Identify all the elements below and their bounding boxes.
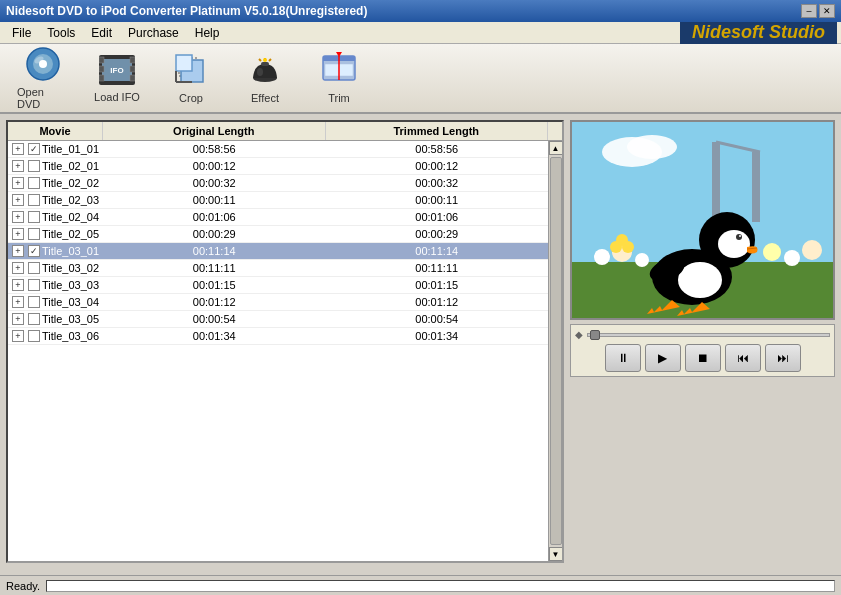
row-checkbox[interactable] [28, 228, 40, 240]
row-title-label: Title_03_03 [42, 279, 99, 291]
svg-point-44 [610, 241, 622, 253]
table-row[interactable]: +Title_03_0300:01:1500:01:15 [8, 277, 548, 294]
minimize-button[interactable]: – [801, 4, 817, 18]
playback-buttons: ⏸ ▶ ⏹ ⏮ ⏭ [575, 344, 830, 372]
row-expand-icon[interactable]: + [12, 279, 24, 291]
scroll-up-arrow[interactable]: ▲ [549, 141, 563, 155]
table-row[interactable]: +Title_02_0400:01:0600:01:06 [8, 209, 548, 226]
svg-point-41 [784, 250, 800, 266]
stop-button[interactable]: ⏹ [685, 344, 721, 372]
row-expand-icon[interactable]: + [12, 296, 24, 308]
cell-original: 00:00:12 [103, 158, 326, 174]
table-row[interactable]: +Title_02_0500:00:2900:00:29 [8, 226, 548, 243]
effect-button[interactable]: Effect [230, 48, 300, 108]
film-icon: IFO [99, 53, 135, 87]
cell-movie: +Title_03_01 [8, 243, 103, 259]
load-ifo-button[interactable]: IFO Load IFO [82, 48, 152, 108]
cell-trimmed: 00:00:54 [326, 311, 549, 327]
table-row[interactable]: +Title_02_0300:00:1100:00:11 [8, 192, 548, 209]
row-checkbox[interactable] [28, 211, 40, 223]
menu-help[interactable]: Help [187, 24, 228, 42]
table-row[interactable]: +Title_02_0200:00:3200:00:32 [8, 175, 548, 192]
trim-icon [321, 52, 357, 88]
cell-trimmed: 00:01:06 [326, 209, 549, 225]
close-button[interactable]: ✕ [819, 4, 835, 18]
row-expand-icon[interactable]: + [12, 160, 24, 172]
cell-movie: +Title_03_06 [8, 328, 103, 344]
open-dvd-button[interactable]: Open DVD [8, 48, 78, 108]
row-checkbox[interactable] [28, 262, 40, 274]
svg-rect-33 [712, 142, 720, 222]
svg-rect-9 [130, 57, 135, 63]
pause-button[interactable]: ⏸ [605, 344, 641, 372]
table-header: Movie Original Length Trimmed Length [8, 122, 562, 141]
cell-movie: +Title_02_01 [8, 158, 103, 174]
rewind-button[interactable]: ⏮ [725, 344, 761, 372]
row-title-label: Title_02_02 [42, 177, 99, 189]
cell-original: 00:00:29 [103, 226, 326, 242]
row-expand-icon[interactable]: + [12, 313, 24, 325]
svg-point-24 [257, 68, 263, 76]
svg-point-51 [736, 234, 742, 240]
preview-image [570, 120, 835, 320]
row-expand-icon[interactable]: + [12, 330, 24, 342]
fastforward-button[interactable]: ⏭ [765, 344, 801, 372]
row-expand-icon[interactable]: + [12, 143, 24, 155]
row-expand-icon[interactable]: + [12, 228, 24, 240]
row-checkbox[interactable] [28, 143, 40, 155]
slider-thumb[interactable] [590, 330, 600, 340]
row-checkbox[interactable] [28, 177, 40, 189]
svg-point-52 [739, 235, 741, 237]
row-expand-icon[interactable]: + [12, 194, 24, 206]
table-row[interactable]: +Title_03_0400:01:1200:01:12 [8, 294, 548, 311]
title-bar: Nidesoft DVD to iPod Converter Platinum … [0, 0, 841, 22]
scroll-thumb[interactable] [550, 157, 562, 545]
cell-original: 00:11:14 [103, 243, 326, 259]
row-expand-icon[interactable]: + [12, 211, 24, 223]
row-checkbox[interactable] [28, 194, 40, 206]
svg-rect-11 [130, 75, 135, 81]
play-button[interactable]: ▶ [645, 344, 681, 372]
trim-button[interactable]: Trim [304, 48, 374, 108]
cell-trimmed: 00:00:32 [326, 175, 549, 191]
load-ifo-label: Load IFO [94, 91, 140, 103]
cell-movie: +Title_02_05 [8, 226, 103, 242]
cell-trimmed: 00:01:12 [326, 294, 549, 310]
menu-purchase[interactable]: Purchase [120, 24, 187, 42]
table-row[interactable]: +Title_03_0600:01:3400:01:34 [8, 328, 548, 345]
row-title-label: Title_02_04 [42, 211, 99, 223]
row-checkbox[interactable] [28, 296, 40, 308]
row-checkbox[interactable] [28, 279, 40, 291]
row-checkbox[interactable] [28, 313, 40, 325]
scrollbar-vertical[interactable]: ▲ ▼ [548, 141, 562, 561]
svg-rect-15 [176, 55, 192, 71]
col-header-movie: Movie [8, 122, 103, 140]
preview-panel: ◆ ⏸ ▶ ⏹ ⏮ ⏭ [570, 120, 835, 563]
svg-rect-8 [99, 75, 104, 81]
table-row[interactable]: +Title_03_0100:11:1400:11:14 [8, 243, 548, 260]
cell-movie: +Title_01_01 [8, 141, 103, 157]
cell-original: 00:00:11 [103, 192, 326, 208]
table-row[interactable]: +Title_01_0100:58:5600:58:56 [8, 141, 548, 158]
row-checkbox[interactable] [28, 330, 40, 342]
menu-tools[interactable]: Tools [39, 24, 83, 42]
table-row[interactable]: +Title_03_0500:00:5400:00:54 [8, 311, 548, 328]
trim-label: Trim [328, 92, 350, 104]
menu-edit[interactable]: Edit [83, 24, 120, 42]
playback-slider[interactable] [587, 333, 830, 337]
row-expand-icon[interactable]: + [12, 177, 24, 189]
cell-trimmed: 00:11:11 [326, 260, 549, 276]
progress-bar [46, 580, 835, 592]
cell-movie: +Title_03_03 [8, 277, 103, 293]
scroll-down-arrow[interactable]: ▼ [549, 547, 563, 561]
table-row[interactable]: +Title_02_0100:00:1200:00:12 [8, 158, 548, 175]
row-checkbox[interactable] [28, 160, 40, 172]
table-row[interactable]: +Title_03_0200:11:1100:11:11 [8, 260, 548, 277]
cell-movie: +Title_02_04 [8, 209, 103, 225]
menu-file[interactable]: File [4, 24, 39, 42]
row-expand-icon[interactable]: + [12, 262, 24, 274]
row-title-label: Title_02_03 [42, 194, 99, 206]
row-checkbox[interactable] [28, 245, 40, 257]
crop-button[interactable]: Crop [156, 48, 226, 108]
row-expand-icon[interactable]: + [12, 245, 24, 257]
